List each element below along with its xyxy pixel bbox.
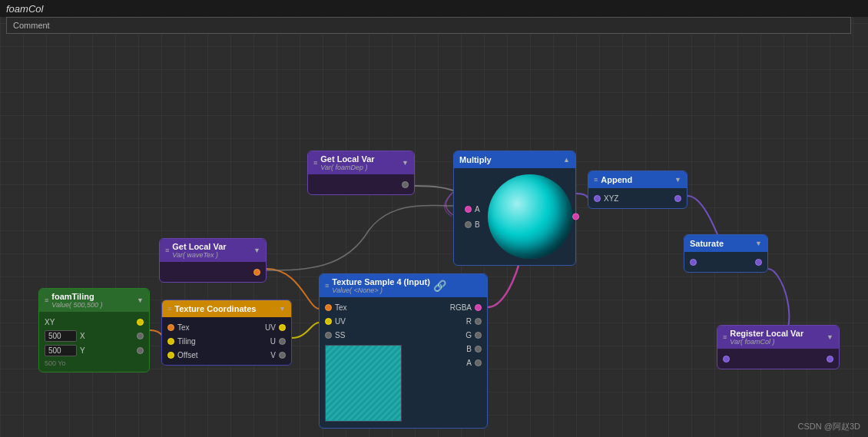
r-label: R bbox=[466, 317, 472, 326]
regvar-menu-icon: ≡ bbox=[723, 333, 727, 341]
g-pin bbox=[475, 332, 482, 339]
wavetex-dropdown[interactable]: ▼ bbox=[253, 247, 260, 254]
texcoords-title: Texture Coordinates bbox=[174, 304, 256, 313]
multiply-inputs: A B bbox=[454, 199, 485, 234]
append-title: Append bbox=[601, 175, 632, 184]
uv-in-row: UV bbox=[320, 314, 407, 328]
texcoords-menu-icon: ≡ bbox=[167, 305, 171, 313]
ss-label: SS bbox=[335, 331, 345, 339]
xyz-label: XYZ bbox=[604, 194, 618, 203]
offset-pin bbox=[167, 352, 174, 359]
node-foamtiling[interactable]: ≡ foamTiling Value( 500,500 ) ▼ XY X Y 5… bbox=[38, 288, 150, 372]
saturate-dropdown[interactable]: ▼ bbox=[755, 240, 762, 247]
node-texsample[interactable]: ≡ Texture Sample 4 (Input) Value( <None>… bbox=[319, 273, 488, 429]
node-saturate[interactable]: Saturate ▼ bbox=[684, 234, 768, 273]
uv-in-pin bbox=[325, 318, 332, 325]
foamdep-menu-icon: ≡ bbox=[313, 159, 317, 167]
texcoords-tex-row: Tex UV bbox=[162, 320, 291, 334]
x-input[interactable] bbox=[45, 330, 77, 342]
g-label: G bbox=[465, 331, 472, 339]
regvar-subtext: Var( foamCol ) bbox=[730, 338, 803, 346]
foamdep-title: Get Local Var bbox=[320, 154, 374, 164]
node-append[interactable]: ≡ Append ▼ XYZ bbox=[588, 170, 687, 209]
append-header: ≡ Append ▼ bbox=[588, 171, 687, 188]
texsample-title: Texture Sample 4 (Input) bbox=[332, 277, 430, 286]
a-in-label: A bbox=[475, 205, 480, 214]
y-pin bbox=[137, 347, 144, 354]
b-in-pin bbox=[465, 221, 472, 228]
node-getvar-wavetex[interactable]: ≡ Get Local Var Var( waveTex ) ▼ bbox=[159, 238, 267, 283]
y-input[interactable] bbox=[45, 345, 77, 356]
a-out-row: A bbox=[410, 356, 487, 369]
wavetex-title: Get Local Var bbox=[172, 242, 226, 251]
foamdep-out-pin bbox=[402, 181, 409, 188]
tex-out-pin bbox=[167, 324, 174, 331]
foamdep-body bbox=[308, 174, 414, 194]
xy-label: XY bbox=[45, 318, 55, 326]
saturate-out-pin bbox=[755, 259, 762, 266]
wavetex-body bbox=[160, 262, 266, 282]
tiling-pin bbox=[167, 338, 174, 345]
a-in-pin bbox=[465, 206, 472, 213]
b-label: B bbox=[466, 345, 472, 353]
node-getvar-foamdep[interactable]: ≡ Get Local Var Var( foamDep ) ▼ bbox=[307, 151, 415, 195]
dropdown-arrow[interactable]: ▼ bbox=[137, 296, 144, 304]
multiply-preview bbox=[488, 174, 572, 259]
regvar-title: Register Local Var bbox=[730, 329, 803, 338]
link-icon: 🔗 bbox=[433, 280, 446, 292]
getvar-foamdep-header: ≡ Get Local Var Var( foamDep ) ▼ bbox=[308, 151, 414, 174]
regvar-header: ≡ Register Local Var Var( foamCol ) ▼ bbox=[717, 326, 839, 349]
texcoords-header: ≡ Texture Coordinates ▼ bbox=[162, 300, 291, 317]
append-menu-icon: ≡ bbox=[594, 176, 598, 184]
foamtiling-row-x: X bbox=[39, 329, 149, 343]
y-label: Y bbox=[80, 346, 85, 355]
foamdep-dropdown[interactable]: ▼ bbox=[402, 159, 409, 167]
wavetex-out-pin bbox=[253, 269, 260, 276]
a-label: A bbox=[466, 359, 472, 367]
r-out-row: R bbox=[410, 314, 487, 328]
comment-bar: Comment bbox=[6, 17, 851, 34]
offset-label: Offset bbox=[177, 351, 198, 359]
texcoords-dropdown[interactable]: ▼ bbox=[279, 305, 286, 313]
regvar-dropdown[interactable]: ▼ bbox=[827, 333, 833, 341]
wavetex-menu-icon: ≡ bbox=[165, 247, 169, 254]
u-pin bbox=[279, 338, 286, 345]
node-regvar[interactable]: ≡ Register Local Var Var( foamCol ) ▼ bbox=[717, 325, 840, 369]
regvar-out-pin bbox=[827, 356, 833, 363]
multiply-out-pin bbox=[572, 214, 579, 220]
tex-in-pin bbox=[325, 304, 332, 311]
foamtiling-subtext: Value( 500,500 ) bbox=[51, 301, 102, 309]
regvar-body bbox=[717, 349, 839, 369]
node-multiply[interactable]: Multiply ▲ A B bbox=[453, 151, 576, 266]
regvar-in-pin bbox=[723, 356, 730, 363]
foamdep-subtext: Var( foamDep ) bbox=[320, 164, 374, 171]
rgba-pin bbox=[475, 304, 482, 311]
texsample-subtext: Value( <None> ) bbox=[332, 286, 430, 294]
texsample-outputs: RGBA R G B A bbox=[407, 300, 487, 425]
v-pin bbox=[279, 352, 286, 359]
foamdep-out-row bbox=[308, 177, 414, 191]
saturate-header: Saturate ▼ bbox=[684, 235, 767, 252]
node-texcoords[interactable]: ≡ Texture Coordinates ▼ Tex UV Tiling U … bbox=[161, 300, 292, 366]
foamtiling-title: foamTiling bbox=[51, 292, 102, 301]
multiply-dropdown[interactable]: ▲ bbox=[563, 156, 570, 164]
b-out-row: B bbox=[410, 342, 487, 356]
regvar-row bbox=[717, 352, 839, 366]
xyz-in-pin bbox=[594, 195, 601, 202]
b-pin bbox=[475, 346, 482, 353]
texsample-header: ≡ Texture Sample 4 (Input) Value( <None>… bbox=[320, 274, 487, 297]
wavetex-out-row bbox=[160, 265, 266, 279]
append-body: XYZ bbox=[588, 188, 687, 208]
append-dropdown[interactable]: ▼ bbox=[674, 176, 681, 184]
b-in-label: B bbox=[475, 220, 480, 229]
xy-pin bbox=[137, 319, 144, 326]
comment-label: Comment bbox=[13, 21, 50, 30]
x-label: X bbox=[80, 332, 85, 340]
tiling-label: Tiling bbox=[177, 337, 196, 346]
a-pin bbox=[475, 359, 482, 366]
rgba-out-row: RGBA bbox=[410, 300, 487, 314]
foamtiling-footer: 500 Yo bbox=[39, 358, 149, 369]
menu-icon: ≡ bbox=[45, 296, 48, 304]
uv-in-label: UV bbox=[335, 317, 346, 326]
texsample-inputs: Tex UV SS bbox=[320, 300, 407, 425]
